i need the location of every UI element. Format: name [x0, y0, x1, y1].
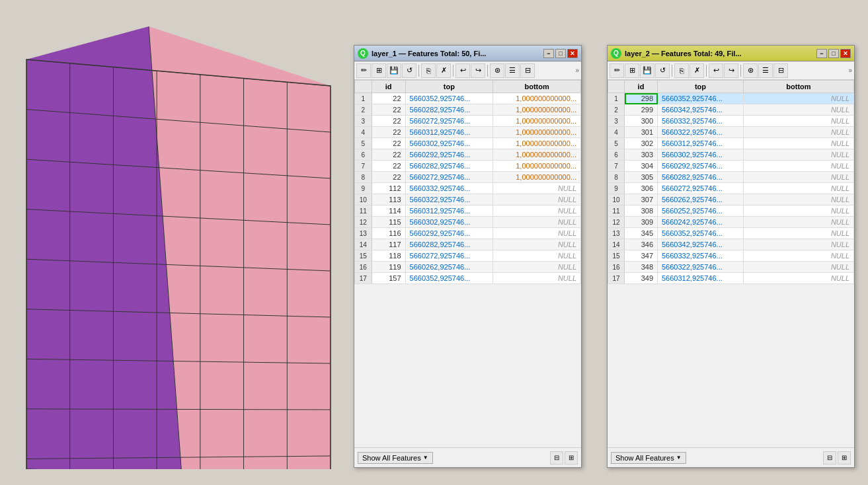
delete-btn-2[interactable]: ✗: [690, 63, 704, 78]
refresh-btn-1[interactable]: ↺: [402, 63, 416, 78]
cell-id: 157: [372, 273, 405, 284]
footer-bar-2: Show All Features ⊟ ⊞: [608, 447, 854, 467]
table-row[interactable]: 4 22 5660312,925746... 1,000000000000...: [355, 127, 581, 138]
save-btn-2[interactable]: 💾: [640, 63, 654, 78]
redo-btn-2[interactable]: ↪: [724, 63, 738, 78]
cell-bottom: NULL: [744, 183, 854, 194]
col-header-id-1[interactable]: id: [372, 81, 405, 93]
undo-btn-1[interactable]: ↩: [455, 63, 470, 78]
edit-btn-1[interactable]: ✏: [356, 63, 371, 78]
edit-btn-2[interactable]: ✏: [610, 63, 624, 78]
undo-btn-2[interactable]: ↩: [709, 63, 723, 78]
cols-btn-2[interactable]: ⊟: [773, 63, 788, 78]
copy-btn-2[interactable]: ⎘: [674, 63, 689, 78]
cell-bottom: NULL: [493, 250, 581, 262]
table-row[interactable]: 14 117 5660282,925746... NULL: [355, 239, 581, 250]
delete-btn-1[interactable]: ✗: [436, 63, 451, 78]
cell-top: 5660282,925746...: [405, 161, 493, 172]
list-btn-2[interactable]: ☰: [758, 63, 773, 78]
row-number: 13: [355, 228, 372, 239]
filter-btn-2[interactable]: ⊛: [743, 63, 758, 78]
cols-btn-1[interactable]: ⊟: [520, 63, 535, 78]
table-row[interactable]: 14 346 5660342,925746... NULL: [608, 239, 854, 250]
footer-icon-1a[interactable]: ⊟: [550, 451, 563, 465]
row-number: 9: [355, 183, 372, 194]
table-row[interactable]: 3 22 5660272,925746... 1,000000000000...: [355, 116, 581, 127]
filter-btn-1[interactable]: ⊛: [490, 63, 504, 78]
cell-id: 302: [625, 138, 658, 149]
cell-bottom: 1,000000000000...: [493, 93, 581, 104]
table-row[interactable]: 13 116 5660292,925746... NULL: [355, 228, 581, 239]
col-header-top-2[interactable]: top: [658, 81, 744, 93]
cell-id: 304: [625, 161, 658, 172]
redo-btn-1[interactable]: ↪: [471, 63, 485, 78]
row-number: 3: [355, 116, 372, 127]
table-row[interactable]: 8 22 5660272,925746... 1,000000000000...: [355, 172, 581, 183]
footer-icon-2a[interactable]: ⊟: [823, 451, 836, 465]
table-row[interactable]: 6 303 5660302,925746... NULL: [608, 149, 854, 161]
table-row[interactable]: 13 345 5660352,925746... NULL: [608, 228, 854, 239]
cell-id: 300: [625, 116, 658, 127]
cell-id: 112: [372, 183, 405, 194]
footer-icon-1b[interactable]: ⊞: [565, 451, 578, 465]
table-row[interactable]: 10 113 5660322,925746... NULL: [355, 194, 581, 205]
table-row[interactable]: 2 22 5660282,925746... 1,000000000000...: [355, 104, 581, 116]
table-wrapper-1[interactable]: id top bottom 1 22 5660352,925746... 1,0…: [354, 80, 581, 447]
table-row[interactable]: 6 22 5660292,925746... 1,000000000000...: [355, 149, 581, 161]
restore-btn-2[interactable]: □: [828, 49, 839, 58]
table-row[interactable]: 1 298 5660352,925746... NULL: [608, 93, 854, 104]
table-row[interactable]: 4 301 5660322,925746... NULL: [608, 127, 854, 138]
refresh-btn-2[interactable]: ↺: [655, 63, 670, 78]
restore-btn-1[interactable]: □: [555, 49, 566, 58]
table-row[interactable]: 17 157 5660352,925746... NULL: [355, 273, 581, 284]
copy-btn-1[interactable]: ⎘: [421, 63, 436, 78]
table-row[interactable]: 10 307 5660262,925746... NULL: [608, 194, 854, 205]
show-features-btn-1[interactable]: Show All Features: [358, 452, 433, 464]
table-row[interactable]: 15 118 5660272,925746... NULL: [355, 250, 581, 262]
table-row[interactable]: 11 308 5660252,925746... NULL: [608, 205, 854, 217]
table-row[interactable]: 17 349 5660312,925746... NULL: [608, 273, 854, 284]
footer-icon-2b[interactable]: ⊞: [838, 451, 851, 465]
multiselect-btn-1[interactable]: ⊞: [372, 63, 386, 78]
cell-top: 5660342,925746...: [658, 104, 744, 116]
close-btn-2[interactable]: ✕: [840, 49, 851, 58]
table-row[interactable]: 5 22 5660302,925746... 1,000000000000...: [355, 138, 581, 149]
table-row[interactable]: 9 306 5660272,925746... NULL: [608, 183, 854, 194]
title-buttons-1[interactable]: − □ ✕: [543, 49, 578, 58]
data-table-1: id top bottom 1 22 5660352,925746... 1,0…: [354, 80, 581, 284]
list-btn-1[interactable]: ☰: [505, 63, 520, 78]
row-number: 2: [608, 104, 625, 116]
table-row[interactable]: 1 22 5660352,925746... 1,000000000000...: [355, 93, 581, 104]
table-row[interactable]: 16 119 5660262,925746... NULL: [355, 262, 581, 273]
table-window-2: Q layer_2 — Features Total: 49, Fil... −…: [607, 45, 855, 468]
table-row[interactable]: 9 112 5660332,925746... NULL: [355, 183, 581, 194]
cell-id: 22: [372, 104, 405, 116]
multiselect-btn-2[interactable]: ⊞: [625, 63, 639, 78]
table-row[interactable]: 12 309 5660242,925746... NULL: [608, 217, 854, 228]
table-row[interactable]: 5 302 5660312,925746... NULL: [608, 138, 854, 149]
minimize-btn-1[interactable]: −: [543, 49, 554, 58]
table-container-2: id top bottom 1 298 5660352,925746... NU…: [608, 80, 854, 447]
table-wrapper-2[interactable]: id top bottom 1 298 5660352,925746... NU…: [608, 80, 854, 447]
table-row[interactable]: 7 304 5660292,925746... NULL: [608, 161, 854, 172]
show-features-btn-2[interactable]: Show All Features: [611, 452, 686, 464]
table-row[interactable]: 3 300 5660332,925746... NULL: [608, 116, 854, 127]
title-buttons-2[interactable]: − □ ✕: [816, 49, 851, 58]
table-row[interactable]: 2 299 5660342,925746... NULL: [608, 104, 854, 116]
col-header-bottom-1[interactable]: bottom: [493, 81, 581, 93]
minimize-btn-2[interactable]: −: [816, 49, 827, 58]
table-row[interactable]: 11 114 5660312,925746... NULL: [355, 205, 581, 217]
close-btn-1[interactable]: ✕: [567, 49, 578, 58]
col-header-top-1[interactable]: top: [405, 81, 493, 93]
table-row[interactable]: 8 305 5660282,925746... NULL: [608, 172, 854, 183]
cell-top: 5660292,925746...: [405, 228, 493, 239]
table-row[interactable]: 16 348 5660322,925746... NULL: [608, 262, 854, 273]
table-row[interactable]: 12 115 5660302,925746... NULL: [355, 217, 581, 228]
col-header-bottom-2[interactable]: bottom: [744, 81, 854, 93]
table-row[interactable]: 15 347 5660332,925746... NULL: [608, 250, 854, 262]
row-number: 7: [608, 161, 625, 172]
table-row[interactable]: 7 22 5660282,925746... 1,000000000000...: [355, 161, 581, 172]
row-number: 1: [355, 93, 372, 104]
col-header-id-2[interactable]: id: [625, 81, 658, 93]
save-btn-1[interactable]: 💾: [387, 63, 401, 78]
